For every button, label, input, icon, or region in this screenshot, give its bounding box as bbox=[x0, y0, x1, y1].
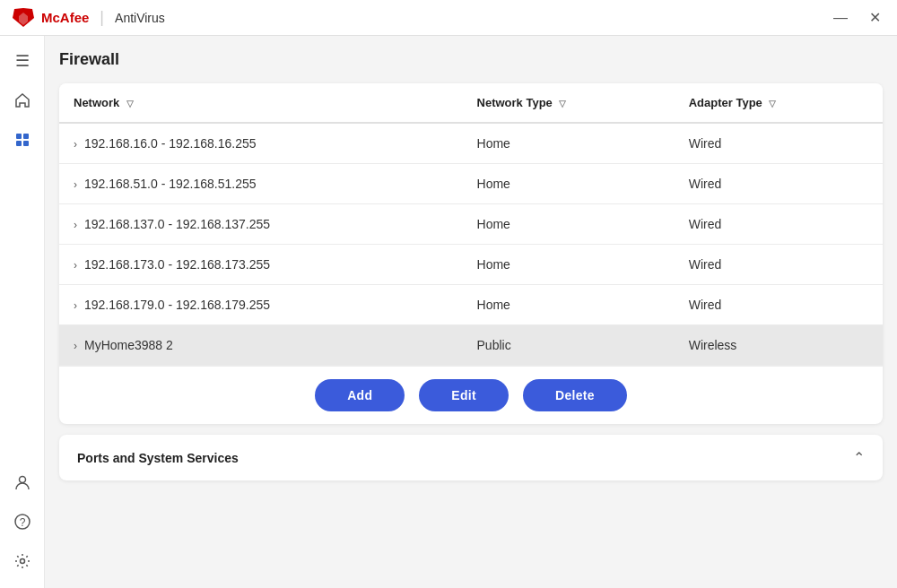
mcafee-logo: McAfee bbox=[11, 7, 89, 29]
sidebar-menu-icon[interactable]: ☰ bbox=[6, 45, 39, 77]
row-expand-icon[interactable]: › bbox=[74, 299, 77, 312]
cell-adapter-type: Wired bbox=[675, 245, 883, 285]
main-content: Firewall Network ▽ Network Type ▽ bbox=[45, 36, 897, 588]
row-expand-icon[interactable]: › bbox=[74, 138, 77, 151]
svg-text:?: ? bbox=[19, 516, 25, 529]
cell-adapter-type: Wired bbox=[675, 285, 883, 325]
row-expand-icon[interactable]: › bbox=[74, 219, 77, 231]
sidebar-apps-icon[interactable] bbox=[6, 124, 39, 156]
cell-network: ›192.168.16.0 - 192.168.16.255 bbox=[59, 123, 463, 164]
button-row: Add Edit Delete bbox=[59, 366, 883, 424]
table-body: ›192.168.16.0 - 192.168.16.255HomeWired›… bbox=[59, 123, 883, 366]
cell-adapter-type: Wired bbox=[675, 204, 883, 245]
title-controls: ― ✕ bbox=[828, 7, 886, 28]
svg-rect-0 bbox=[16, 134, 22, 139]
svg-rect-2 bbox=[16, 141, 22, 146]
table-row[interactable]: ›192.168.137.0 - 192.168.137.255HomeWire… bbox=[59, 204, 883, 245]
cell-adapter-type: Wired bbox=[675, 123, 883, 164]
sidebar-bottom: ? bbox=[6, 466, 39, 588]
cell-network-type: Home bbox=[463, 164, 675, 204]
col-network-type[interactable]: Network Type ▽ bbox=[463, 83, 675, 123]
cell-network: ›192.168.137.0 - 192.168.137.255 bbox=[59, 204, 463, 245]
cell-network-type: Home bbox=[463, 245, 675, 285]
table-row[interactable]: ›MyHome3988 2PublicWireless bbox=[59, 325, 883, 366]
network-table: Network ▽ Network Type ▽ Adapter Type ▽ bbox=[59, 83, 883, 366]
cell-network-type: Home bbox=[463, 123, 675, 164]
mcafee-brand-label: McAfee bbox=[41, 10, 89, 25]
ports-section-header[interactable]: Ports and System Services ⌃ bbox=[59, 435, 883, 480]
cell-adapter-type: Wired bbox=[675, 164, 883, 204]
cell-network-type: Home bbox=[463, 204, 675, 245]
page-title: Firewall bbox=[59, 50, 883, 69]
sidebar-settings-icon[interactable] bbox=[6, 545, 39, 577]
sidebar-help-icon[interactable]: ? bbox=[6, 506, 39, 538]
cell-adapter-type: Wireless bbox=[675, 325, 883, 366]
table-row[interactable]: ›192.168.173.0 - 192.168.173.255HomeWire… bbox=[59, 245, 883, 285]
network-card: Network ▽ Network Type ▽ Adapter Type ▽ bbox=[59, 83, 883, 424]
cell-network: ›192.168.173.0 - 192.168.173.255 bbox=[59, 245, 463, 285]
chevron-up-icon: ⌃ bbox=[853, 449, 865, 466]
sort-adapter-icon: ▽ bbox=[769, 99, 776, 108]
close-button[interactable]: ✕ bbox=[864, 7, 886, 28]
table-row[interactable]: ›192.168.51.0 - 192.168.51.255HomeWired bbox=[59, 164, 883, 204]
delete-button[interactable]: Delete bbox=[523, 379, 627, 411]
col-network[interactable]: Network ▽ bbox=[59, 83, 463, 123]
row-expand-icon[interactable]: › bbox=[74, 259, 77, 272]
table-header: Network ▽ Network Type ▽ Adapter Type ▽ bbox=[59, 83, 883, 123]
sidebar: ☰ ? bbox=[0, 36, 45, 588]
product-label: AntiVirus bbox=[115, 11, 165, 25]
title-bar: McAfee | AntiVirus ― ✕ bbox=[0, 0, 897, 36]
edit-button[interactable]: Edit bbox=[419, 379, 509, 411]
cell-network-type: Home bbox=[463, 285, 675, 325]
minimize-button[interactable]: ― bbox=[828, 8, 853, 28]
cell-network-type: Public bbox=[463, 325, 675, 366]
sort-network-icon: ▽ bbox=[126, 99, 134, 108]
svg-point-7 bbox=[20, 559, 24, 564]
ports-card: Ports and System Services ⌃ bbox=[59, 435, 883, 480]
row-expand-icon[interactable]: › bbox=[74, 340, 77, 352]
col-adapter-type[interactable]: Adapter Type ▽ bbox=[675, 83, 883, 123]
cell-network: ›192.168.179.0 - 192.168.179.255 bbox=[59, 285, 463, 325]
sort-type-icon: ▽ bbox=[559, 99, 566, 108]
svg-point-4 bbox=[19, 477, 25, 483]
sidebar-user-icon[interactable] bbox=[6, 466, 39, 498]
add-button[interactable]: Add bbox=[315, 379, 405, 411]
svg-rect-3 bbox=[23, 141, 29, 146]
app-layout: ☰ ? bbox=[0, 36, 897, 588]
table-row[interactable]: ›192.168.179.0 - 192.168.179.255HomeWire… bbox=[59, 285, 883, 325]
title-divider: | bbox=[100, 8, 104, 27]
table-row[interactable]: ›192.168.16.0 - 192.168.16.255HomeWired bbox=[59, 123, 883, 164]
svg-rect-1 bbox=[23, 134, 29, 139]
cell-network: ›MyHome3988 2 bbox=[59, 325, 463, 366]
ports-section-title: Ports and System Services bbox=[77, 451, 239, 465]
title-bar-left: McAfee | AntiVirus bbox=[11, 7, 165, 29]
row-expand-icon[interactable]: › bbox=[74, 178, 77, 191]
sidebar-home-icon[interactable] bbox=[6, 84, 39, 117]
mcafee-logo-icon bbox=[11, 7, 36, 29]
cell-network: ›192.168.51.0 - 192.168.51.255 bbox=[59, 164, 463, 204]
